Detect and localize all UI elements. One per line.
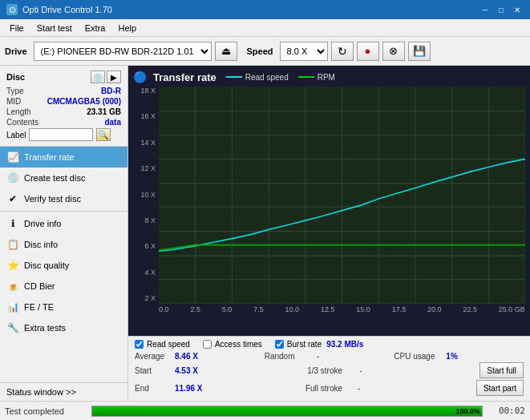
burst-rate-value: 93.2 MB/s bbox=[326, 340, 363, 349]
access-times-checkbox-label: Access times bbox=[215, 340, 262, 349]
speed-label: Speed bbox=[247, 46, 273, 56]
nav-transfer-rate[interactable]: 📈 Transfer rate bbox=[0, 147, 127, 168]
x-label-5: 5.0 bbox=[222, 305, 233, 318]
chart-icon: 🔵 bbox=[133, 71, 147, 83]
time-display: 00:02 bbox=[489, 406, 525, 416]
start-group: Start 4.53 X bbox=[135, 362, 307, 378]
minimize-button[interactable]: ─ bbox=[479, 3, 492, 16]
burst-rate-checkbox[interactable] bbox=[275, 340, 284, 349]
maximize-button[interactable]: □ bbox=[495, 3, 508, 16]
nav-transfer-rate-label: Transfer rate bbox=[24, 152, 75, 162]
menu-file[interactable]: File bbox=[3, 22, 30, 34]
y-label-8: 8 X bbox=[133, 216, 159, 224]
y-label-12: 12 X bbox=[133, 164, 159, 172]
verify-test-disc-icon: ✔ bbox=[6, 192, 19, 205]
cpu-value: 1% bbox=[446, 352, 482, 361]
drive-select[interactable]: (E:) PIONEER BD-RW BDR-212D 1.01 bbox=[34, 42, 212, 61]
legend-rpm: RPM bbox=[298, 73, 335, 82]
y-label-6: 6 X bbox=[133, 242, 159, 250]
nav-extra-tests-label: Extra tests bbox=[24, 323, 66, 333]
y-label-2: 2 X bbox=[133, 294, 159, 302]
nav-cd-bier[interactable]: 🍺 CD Bier bbox=[0, 276, 127, 297]
save-button[interactable]: 💾 bbox=[408, 42, 431, 61]
stats-row-1: Average 8.46 X Random - CPU usage 1% bbox=[135, 352, 524, 361]
read-speed-color bbox=[226, 76, 242, 78]
status-window-button[interactable]: Status window >> bbox=[0, 382, 127, 401]
random-group: Random - bbox=[265, 352, 394, 361]
record-button[interactable]: ● bbox=[357, 42, 379, 61]
nav-create-test-disc[interactable]: 💿 Create test disc bbox=[0, 168, 127, 188]
y-label-16: 16 X bbox=[133, 112, 159, 120]
nav-extra-tests[interactable]: 🔧 Extra tests bbox=[0, 317, 127, 338]
cpu-label: CPU usage bbox=[394, 352, 446, 361]
disc-icon-btn2[interactable]: ▶ bbox=[107, 71, 121, 83]
nav-drive-info-label: Drive info bbox=[24, 219, 61, 228]
chart-legend: Read speed RPM bbox=[226, 73, 335, 82]
x-label-12-5: 12.5 bbox=[321, 305, 335, 318]
nav-disc-info[interactable]: 📋 Disc info bbox=[0, 234, 127, 255]
access-times-checkbox-item: Access times bbox=[203, 340, 262, 349]
nav-fe-te[interactable]: 📊 FE / TE bbox=[0, 297, 127, 317]
start-part-button[interactable]: Start part bbox=[476, 380, 524, 396]
type-value: BD-R bbox=[101, 87, 121, 95]
menu-start-test[interactable]: Start test bbox=[30, 22, 79, 34]
status-window-label: Status window >> bbox=[6, 387, 76, 397]
x-axis-labels: 0.0 2.5 5.0 7.5 10.0 12.5 15.0 17.5 20.0… bbox=[159, 305, 525, 318]
nav-verify-test-disc[interactable]: ✔ Verify test disc bbox=[0, 188, 127, 209]
label-button[interactable]: 🔍 bbox=[96, 128, 111, 141]
label-label: Label bbox=[6, 131, 26, 139]
title-bar: ⊙ Opti Drive Control 1.70 ─ □ ✕ bbox=[0, 0, 530, 19]
x-label-25: 25.0 GB bbox=[499, 305, 525, 318]
end-group: End 11.96 X bbox=[135, 380, 305, 396]
sidebar: Disc 💿 ▶ Type BD-R MID CMCMAGBA5 (000) L… bbox=[0, 66, 128, 401]
menu-extra[interactable]: Extra bbox=[79, 22, 112, 34]
contents-label: Contents bbox=[6, 118, 38, 127]
chart-title: Transfer rate bbox=[153, 71, 216, 83]
checkboxes-row: Read speed Access times Burst rate 93.2 … bbox=[135, 340, 524, 349]
start-full-button[interactable]: Start full bbox=[479, 362, 524, 378]
read-speed-checkbox[interactable] bbox=[135, 340, 144, 349]
nav-drive-info[interactable]: ℹ Drive info bbox=[0, 213, 127, 234]
disc-quality-icon: ⭐ bbox=[6, 259, 19, 272]
x-label-20: 20.0 bbox=[427, 305, 442, 318]
cd-bier-icon: 🍺 bbox=[6, 280, 19, 293]
nav-section: 📈 Transfer rate 💿 Create test disc ✔ Ver… bbox=[0, 147, 127, 382]
speed-select[interactable]: 8.0 X Max 2.0 X 4.0 X 12.0 X bbox=[280, 42, 328, 61]
burst-rate-checkbox-item: Burst rate 93.2 MB/s bbox=[275, 340, 364, 349]
close-button[interactable]: ✕ bbox=[511, 3, 524, 16]
y-label-10: 10 X bbox=[133, 191, 159, 199]
transfer-rate-icon: 📈 bbox=[6, 151, 19, 164]
access-times-checkbox[interactable] bbox=[203, 340, 212, 349]
start-value: 4.53 X bbox=[175, 366, 211, 375]
mid-value: CMCMAGBA5 (000) bbox=[47, 97, 121, 106]
start-label: Start bbox=[135, 366, 175, 375]
end-value: 11.96 X bbox=[175, 384, 211, 393]
contents-value: data bbox=[104, 118, 121, 127]
cancel-button[interactable]: ⊗ bbox=[382, 42, 405, 61]
app-title: Opti Drive Control 1.70 bbox=[22, 5, 112, 14]
stroke13-label: 1/3 stroke bbox=[307, 366, 359, 375]
menu-help[interactable]: Help bbox=[111, 22, 143, 34]
fullstroke-label: Full stroke bbox=[305, 384, 358, 393]
nav-verify-test-disc-label: Verify test disc bbox=[24, 194, 81, 204]
toolbar: Drive (E:) PIONEER BD-RW BDR-212D 1.01 ⏏… bbox=[0, 37, 530, 66]
type-label: Type bbox=[6, 87, 24, 95]
right-panel: 🔵 Transfer rate Read speed RPM bbox=[128, 66, 530, 401]
drive-info-icon: ℹ bbox=[6, 217, 19, 230]
disc-panel: Disc 💿 ▶ Type BD-R MID CMCMAGBA5 (000) L… bbox=[0, 66, 127, 147]
average-group: Average 8.46 X bbox=[135, 352, 265, 361]
disc-info-icon: 📋 bbox=[6, 238, 19, 251]
x-label-7-5: 7.5 bbox=[253, 305, 264, 318]
eject-button[interactable]: ⏏ bbox=[215, 42, 237, 61]
disc-icon-btn1[interactable]: 💿 bbox=[91, 71, 105, 83]
menu-bar: File Start test Extra Help bbox=[0, 19, 530, 37]
random-value: - bbox=[317, 352, 341, 361]
nav-disc-quality[interactable]: ⭐ Disc quality bbox=[0, 255, 127, 276]
extra-tests-icon: 🔧 bbox=[6, 321, 19, 334]
read-speed-checkbox-label: Read speed bbox=[147, 340, 190, 349]
chart-svg bbox=[159, 87, 525, 304]
fe-te-icon: 📊 bbox=[6, 301, 19, 313]
x-label-15: 15.0 bbox=[356, 305, 370, 318]
refresh-button[interactable]: ↻ bbox=[331, 42, 354, 61]
label-input[interactable] bbox=[29, 128, 93, 141]
